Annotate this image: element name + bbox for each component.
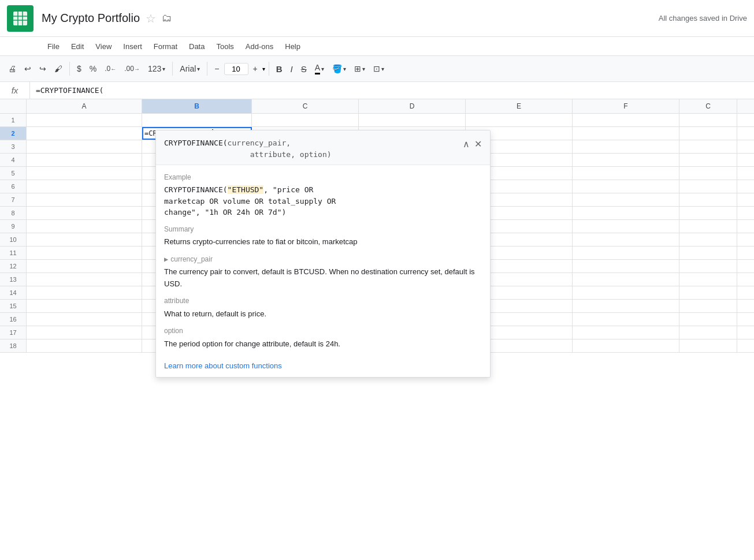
cell-f2[interactable] [573, 127, 679, 140]
font-size-increase-button[interactable]: + [250, 62, 261, 76]
font-size-area: − + ▾ [211, 62, 265, 76]
popup-close-button[interactable]: ✕ [474, 139, 482, 150]
format-number-button[interactable]: 123 ▾ [144, 62, 169, 76]
popup-param1-section: ▶ currency_pair The currency pair to con… [164, 254, 482, 290]
col-header-c[interactable]: C [252, 99, 359, 113]
cell-e1[interactable] [466, 114, 573, 126]
popup-example-label: Example [164, 172, 482, 183]
sheet-container: A B C D E F C 1 2 =CRYPTOFINANCE( [0, 99, 754, 560]
col-header-b[interactable]: B [142, 99, 252, 113]
cell-d1[interactable] [359, 114, 466, 126]
cell-b1[interactable] [142, 114, 252, 126]
popup-header: CRYPTOFINANCE(currency_pair, attribute, … [156, 130, 490, 165]
menu-help[interactable]: Help [279, 40, 306, 53]
text-color-arrow: ▾ [321, 66, 324, 72]
doc-title[interactable]: My Crypto Portfolio [42, 12, 140, 25]
menu-tools[interactable]: Tools [210, 40, 239, 53]
separator-3 [207, 62, 207, 76]
fill-color-label: 🪣 [332, 64, 342, 73]
app-icon [7, 5, 34, 32]
folder-icon[interactable]: 🗂 [162, 12, 172, 24]
print-button[interactable]: 🖨 [5, 62, 20, 76]
borders-arrow: ▾ [362, 66, 365, 72]
cell-a1[interactable] [27, 114, 142, 126]
formula-content[interactable]: =CRYPTOFINANCE( [30, 86, 109, 95]
popup-param1-desc: The currency pair to convert, default is… [164, 266, 482, 290]
menu-data[interactable]: Data [183, 40, 210, 53]
saved-status: All changes saved in Drive [659, 14, 747, 23]
popup-footer: Learn more about custom functions [156, 357, 490, 377]
italic-button[interactable]: I [287, 62, 296, 76]
fill-color-arrow: ▾ [343, 66, 346, 72]
popup-body: Example CRYPTOFINANCE("ETHUSD", "price O… [156, 165, 490, 357]
format-percent-button[interactable]: % [86, 62, 100, 76]
separator-2 [172, 62, 173, 76]
popup-param1-label: currency_pair [170, 254, 213, 265]
menu-bar: File Edit View Insert Format Data Tools … [0, 37, 754, 55]
font-size-decrease-button[interactable]: − [211, 62, 222, 76]
font-family-arrow: ▾ [197, 66, 200, 72]
cell-a2[interactable] [27, 127, 142, 140]
redo-button[interactable]: ↪ [36, 62, 50, 76]
merge-label: ⊡ [373, 64, 380, 73]
popup-example-code: CRYPTOFINANCE("ETHUSD", "price OR market… [164, 184, 482, 218]
popup-collapse-button[interactable]: ∧ [463, 139, 470, 150]
popup-active-arrow: ▶ [164, 254, 168, 265]
format-dollar-button[interactable]: $ [73, 62, 85, 76]
col-header-f[interactable]: F [573, 99, 679, 113]
format-number-label: 123 [148, 64, 161, 73]
undo-button[interactable]: ↩ [21, 62, 35, 76]
cell-c1[interactable] [252, 114, 359, 126]
popup-function-name: CRYPTOFINANCE( [164, 139, 228, 147]
table-row: 1 [0, 114, 754, 127]
fill-color-button[interactable]: 🪣 ▾ [329, 62, 350, 76]
popup-param3-section: option The period option for change attr… [164, 326, 482, 350]
merge-button[interactable]: ⊡ ▾ [370, 62, 388, 76]
formula-label: fx [0, 82, 30, 99]
formula-bar: fx =CRYPTOFINANCE( [0, 82, 754, 99]
bold-button[interactable]: B [273, 62, 286, 76]
strikethrough-button[interactable]: S [298, 62, 310, 76]
toolbar: 🖨 ↩ ↪ 🖌 $ % .0← .00→ 123 ▾ Arial ▾ − + ▾… [0, 55, 754, 82]
separator-1 [69, 62, 70, 76]
col-header-e[interactable]: E [466, 99, 573, 113]
borders-button[interactable]: ⊞ ▾ [351, 62, 369, 76]
menu-insert[interactable]: Insert [117, 40, 148, 53]
menu-file[interactable]: File [42, 40, 65, 53]
menu-edit[interactable]: Edit [65, 40, 90, 53]
font-family-label: Arial [180, 64, 196, 73]
popup-highlighted-param: "ETHUSD" [228, 185, 264, 194]
text-color-label: A [315, 63, 320, 74]
menu-view[interactable]: View [90, 40, 117, 53]
row-num-1: 1 [0, 114, 27, 126]
cell-g2[interactable] [679, 127, 737, 140]
menu-format[interactable]: Format [148, 40, 183, 53]
col-header-g[interactable]: C [679, 99, 737, 113]
top-bar: My Crypto Portfolio ☆ 🗂 All changes save… [0, 0, 754, 37]
format-dropdown-arrow: ▾ [162, 66, 165, 72]
col-header-a[interactable]: A [27, 99, 142, 113]
font-family-button[interactable]: Arial ▾ [176, 62, 203, 76]
cell-f1[interactable] [573, 114, 679, 126]
borders-label: ⊞ [354, 64, 361, 73]
popup-param1-row: ▶ currency_pair [164, 254, 482, 266]
popup-signature: CRYPTOFINANCE(currency_pair, attribute, … [164, 137, 332, 160]
text-color-button[interactable]: A ▾ [311, 61, 328, 77]
paint-format-button[interactable]: 🖌 [51, 62, 66, 76]
popup-controls: ∧ ✕ [463, 139, 482, 150]
popup-summary-label: Summary [164, 224, 482, 235]
svg-rect-0 [13, 12, 27, 25]
font-size-input[interactable] [224, 63, 248, 75]
star-icon[interactable]: ☆ [146, 12, 156, 25]
format-increase-decimal-button[interactable]: .00→ [121, 62, 143, 75]
column-headers: A B C D E F C [0, 99, 754, 114]
col-header-d[interactable]: D [359, 99, 466, 113]
learn-more-link[interactable]: Learn more about custom functions [164, 361, 282, 370]
menu-addons[interactable]: Add-ons [240, 40, 279, 53]
format-decrease-decimal-button[interactable]: .0← [101, 62, 120, 75]
font-size-dropdown-arrow: ▾ [262, 66, 265, 72]
row-num-2: 2 [0, 127, 27, 140]
cell-g1[interactable] [679, 114, 737, 126]
popup-param2-desc: What to return, default is price. [164, 308, 482, 320]
popup-param3-desc: The period option for change attribute, … [164, 338, 482, 350]
